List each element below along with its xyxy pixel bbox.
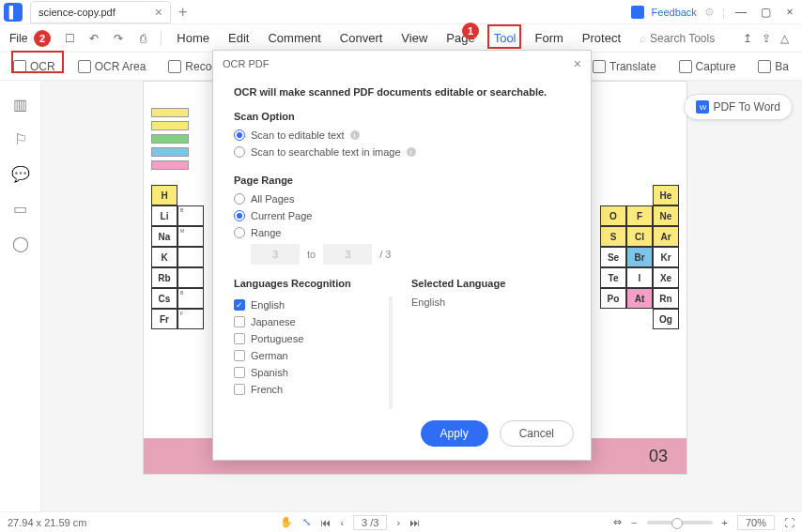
dialog-close-button[interactable]: × <box>574 56 581 71</box>
radio-icon <box>234 129 245 141</box>
menu-edit[interactable]: Edit <box>219 27 258 49</box>
checkbox-icon <box>234 316 245 327</box>
element-cell: Cs <box>151 288 177 309</box>
page-indicator[interactable]: 3 /3 <box>353 515 387 530</box>
word-icon: W <box>696 100 709 114</box>
comments-icon[interactable]: 💬 <box>11 165 30 183</box>
dialog-titlebar: OCR PDF × <box>213 51 591 77</box>
feedback-icon <box>631 6 644 19</box>
search-panel-icon[interactable]: ◯ <box>12 235 29 252</box>
language-list[interactable]: ✓English Japanese Portuguese German Span… <box>234 296 393 409</box>
prev-page-icon[interactable]: ‹ <box>340 517 344 528</box>
apply-button[interactable]: Apply <box>421 420 488 447</box>
page-range-label: Page Range <box>234 175 570 186</box>
share-icon[interactable]: ⇪ <box>762 32 771 45</box>
feedback-link[interactable]: Feedback <box>652 7 697 18</box>
radio-icon <box>234 210 245 221</box>
more-icon[interactable]: △ <box>780 32 789 45</box>
menu-comment[interactable]: Comment <box>258 27 330 49</box>
info-icon[interactable]: i <box>350 130 360 140</box>
element-cell: Li <box>151 205 177 226</box>
element-cell: Fr <box>151 309 177 329</box>
ocr-area-button[interactable]: OCR Area <box>72 57 152 76</box>
menu-protect[interactable]: Protect <box>573 27 630 49</box>
minimize-button[interactable]: — <box>733 6 749 19</box>
statusbar: 27.94 x 21.59 cm ✋ ⤡ ⏮ ‹ 3 /3 › ⏭ ⇔ − + … <box>0 511 802 532</box>
current-page-radio[interactable]: Current Page <box>234 210 570 221</box>
fit-width-icon[interactable]: ⇔ <box>613 516 622 528</box>
selected-language-value: English <box>411 296 570 308</box>
maximize-button[interactable]: ▢ <box>757 6 774 19</box>
zoom-value[interactable]: 70% <box>737 515 775 530</box>
hand-tool-icon[interactable]: ✋ <box>280 516 293 528</box>
search-icon: ⌕ <box>640 32 646 45</box>
periodic-right: He OFNe SClAr SeBrKr TeIXe PoAtRn Og <box>600 185 679 329</box>
last-page-icon[interactable]: ⏭ <box>409 517 420 528</box>
checkbox-icon <box>234 333 245 344</box>
first-page-icon[interactable]: ⏮ <box>320 517 331 528</box>
close-window-button[interactable]: × <box>781 6 798 19</box>
lang-german[interactable]: German <box>234 347 385 364</box>
titlebar: ▌ science-copy.pdf × + Feedback ⚙ ¦ — ▢ … <box>0 0 802 24</box>
lang-french[interactable]: French <box>234 381 385 398</box>
scan-editable-radio[interactable]: Scan to editable text i <box>234 129 570 141</box>
cancel-button[interactable]: Cancel <box>500 420 574 447</box>
search-input[interactable] <box>650 32 725 45</box>
callout-tool <box>487 24 521 49</box>
zoom-out-icon[interactable]: − <box>631 517 637 528</box>
callout-badge-2: 2 <box>34 30 51 47</box>
menu-view[interactable]: View <box>392 27 437 49</box>
next-page-icon[interactable]: › <box>396 517 400 528</box>
menu-form[interactable]: Form <box>526 27 573 49</box>
ocr-area-icon <box>78 60 91 73</box>
upload-icon[interactable]: ↥ <box>743 32 752 45</box>
checkbox-icon <box>234 367 245 378</box>
thumbnails-icon[interactable]: ▥ <box>13 96 27 114</box>
tab-filename: science-copy.pdf <box>39 7 116 18</box>
fullscreen-icon[interactable]: ⛶ <box>784 517 794 528</box>
divider: ¦ <box>722 6 725 19</box>
callout-badge-1: 1 <box>462 23 479 39</box>
radio-icon <box>234 193 245 205</box>
lang-spanish[interactable]: Spanish <box>234 364 385 381</box>
dialog-subtitle: OCR will make scanned PDF documents edit… <box>234 86 570 98</box>
pdf-to-word-button[interactable]: W PDF To Word <box>684 94 793 120</box>
attachments-icon[interactable]: ▭ <box>13 200 27 218</box>
dialog-title: OCR PDF <box>223 58 270 69</box>
range-to-input[interactable] <box>323 244 372 265</box>
range-from-input[interactable] <box>251 244 300 265</box>
capture-button[interactable]: Capture <box>673 57 742 76</box>
all-pages-radio[interactable]: All Pages <box>234 193 570 205</box>
translate-button[interactable]: Translate <box>587 57 662 76</box>
bookmark-icon[interactable]: ⚐ <box>14 130 27 148</box>
zoom-in-icon[interactable]: + <box>722 517 728 528</box>
languages-label: Languages Recognition <box>234 278 393 289</box>
batch-button[interactable]: Ba <box>752 57 794 76</box>
select-tool-icon[interactable]: ⤡ <box>302 516 311 528</box>
lang-portuguese[interactable]: Portuguese <box>234 330 385 347</box>
undo-icon[interactable]: ↶ <box>84 28 104 49</box>
menu-convert[interactable]: Convert <box>331 27 393 49</box>
radio-icon <box>234 227 245 238</box>
page-dimensions: 27.94 x 21.59 cm <box>8 517 86 528</box>
range-radio[interactable]: Range <box>234 227 570 238</box>
lang-english[interactable]: ✓English <box>234 296 385 313</box>
callout-ocr <box>11 51 64 73</box>
menu-home[interactable]: Home <box>167 27 219 49</box>
scan-searchable-radio[interactable]: Scan to searchable text in image i <box>234 146 570 158</box>
info-icon[interactable]: i <box>407 147 416 157</box>
file-menu[interactable]: File <box>4 28 33 49</box>
element-cell: K <box>151 247 177 267</box>
document-tab[interactable]: science-copy.pdf × <box>30 1 171 23</box>
zoom-slider[interactable] <box>647 521 713 524</box>
left-rail: ▥ ⚐ 💬 ▭ ◯ <box>0 81 41 511</box>
legend-stack <box>151 108 189 170</box>
save-icon[interactable]: ☐ <box>59 28 80 49</box>
print-icon[interactable]: ⎙ <box>132 28 153 49</box>
new-tab-button[interactable]: + <box>178 4 187 21</box>
capture-icon <box>679 60 692 73</box>
redo-icon[interactable]: ↷ <box>108 28 129 49</box>
lang-japanese[interactable]: Japanese <box>234 313 385 330</box>
user-avatar-icon[interactable]: ⚙ <box>704 6 715 19</box>
close-tab-icon[interactable]: × <box>155 5 162 20</box>
